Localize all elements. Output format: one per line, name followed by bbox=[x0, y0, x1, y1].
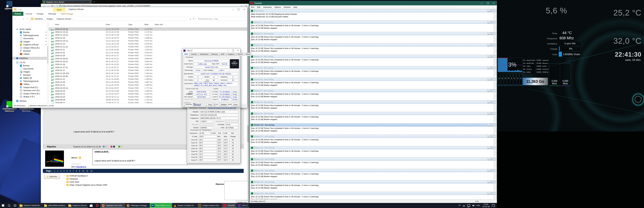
sidebar-item[interactable]: Disque 3Terra (E:) ✱ bbox=[12, 46, 48, 49]
child-minimize-button[interactable] bbox=[487, 135, 490, 137]
file-row[interactable]: 2018-12-14 (1) 14-12-18 21:26 Fichier PN… bbox=[49, 40, 247, 42]
onedrive-tray-icon[interactable]: ☁ bbox=[463, 204, 465, 207]
child-minimize-button[interactable] bbox=[487, 90, 490, 92]
language-indicator[interactable]: FRA bbox=[476, 204, 480, 206]
child-minimize-button[interactable] bbox=[487, 158, 490, 160]
tools-button[interactable]: Tools bbox=[206, 103, 214, 106]
sidebar-item[interactable]: Téléchargements ✱ bbox=[12, 34, 48, 37]
browser-tab-active[interactable]: Gigabyte Aorus Master × bbox=[42, 0, 92, 4]
menu-item[interactable]: Window bbox=[282, 6, 292, 8]
file-row[interactable]: 2018-12-15 (1) 15-12-18 21:59 Fichier PN… bbox=[49, 34, 247, 36]
worker-window[interactable]: Worker #11 - Not running [Dec 15 22:39] … bbox=[250, 135, 496, 146]
validate-button[interactable]: Validate bbox=[219, 103, 228, 106]
post-action-icon[interactable] bbox=[103, 146, 104, 147]
scroll-up-icon[interactable]: ∧ bbox=[494, 24, 496, 26]
child-restore-button[interactable] bbox=[490, 158, 493, 160]
child-restore-button[interactable] bbox=[490, 112, 493, 115]
response-textarea[interactable] bbox=[224, 181, 248, 200]
scroll-down-icon[interactable]: ∨ bbox=[494, 98, 496, 100]
tree-label[interactable]: [Topic Unique] Gigabyte Aorus Master Z39… bbox=[70, 184, 107, 186]
file-row[interactable]: 2018-12-15 15-12-18 15:47 Fichier PNG 1.… bbox=[49, 36, 247, 39]
child-close-button[interactable] bbox=[493, 147, 496, 149]
browser-menu-icon[interactable]: ≡ bbox=[244, 5, 248, 7]
worker-window[interactable]: Worker #12 - Not running [Dec 15 22:39] … bbox=[250, 146, 496, 157]
file-row[interactable]: 2018-12-15 (2) 15-12-18 22:39 Fichier PN… bbox=[49, 31, 247, 33]
mdi-child-titlebar[interactable]: Worker #13 - Not running bbox=[250, 158, 496, 161]
customize-toolbar-icon[interactable]: ▾ bbox=[20, 8, 21, 11]
cpuz-tab[interactable]: CPU bbox=[183, 53, 189, 56]
page-number[interactable]: 3 bbox=[60, 170, 62, 172]
child-restore-button[interactable] bbox=[490, 21, 493, 23]
worker-window[interactable]: Worker #3 - Not running [Dec 15 22:39] T… bbox=[250, 44, 496, 55]
post-action-icon[interactable] bbox=[105, 146, 107, 147]
thumbnail-view-icon[interactable] bbox=[244, 105, 246, 107]
child-minimize-button[interactable] bbox=[487, 169, 490, 172]
child-restore-button[interactable] bbox=[490, 78, 493, 80]
child-close-button[interactable] bbox=[493, 192, 496, 194]
child-close-button[interactable] bbox=[493, 169, 496, 172]
child-scrollbar[interactable]: ∧ ∨ bbox=[494, 126, 496, 134]
scroll-down-icon[interactable]: ∨ bbox=[494, 75, 496, 77]
page-number[interactable]: 4 bbox=[64, 170, 65, 172]
file-row[interactable]: 2018-12-14 14-12-18 21:26 Fichier PNG 5.… bbox=[49, 42, 247, 45]
cpuz-tab[interactable]: Caches bbox=[190, 53, 198, 56]
taskbar-button[interactable] bbox=[12, 203, 18, 208]
new-tab-button[interactable]: + bbox=[93, 1, 95, 3]
column-type[interactable]: Type bbox=[128, 23, 132, 26]
scroll-down-icon[interactable]: ∨ bbox=[494, 166, 496, 168]
taskbar-button[interactable] bbox=[6, 203, 12, 208]
sidebar-item[interactable]: Documents ✱ bbox=[12, 67, 48, 70]
manage-contextual-tab[interactable]: Gérer bbox=[53, 8, 66, 12]
worker-window[interactable]: Worker #6 - Not running [Dec 15 22:39] T… bbox=[250, 78, 496, 89]
mdi-child-titlebar[interactable]: Worker #10 - Not running bbox=[250, 123, 496, 127]
sidebar-item[interactable]: Disque local (C:) ✱ bbox=[12, 86, 48, 89]
sidebar-scrollbar[interactable] bbox=[47, 22, 48, 103]
scroll-up-icon[interactable]: ∧ bbox=[494, 12, 496, 15]
child-minimize-button[interactable] bbox=[487, 55, 490, 58]
sidebar-item[interactable]: Accès rapide ✱ bbox=[12, 28, 48, 31]
child-scrollbar[interactable]: ∧ ∨ bbox=[494, 115, 496, 123]
child-scrollbar[interactable]: ∧ ∨ bbox=[494, 12, 496, 20]
sidebar-item[interactable]: Images ✱ bbox=[12, 40, 48, 43]
tray-chevron-up-icon[interactable] bbox=[458, 205, 461, 207]
mdi-child-titlebar[interactable]: Worker #4 - Not running bbox=[250, 55, 496, 58]
scroll-down-icon[interactable]: ∨ bbox=[494, 189, 496, 191]
cpuz-tab[interactable]: Graphics bbox=[226, 53, 236, 56]
taskbar-button[interactable] bbox=[0, 203, 6, 208]
ribbon-tab[interactable]: Partage bbox=[34, 12, 46, 16]
mdi-child-titlebar[interactable]: Worker #3 - Not running bbox=[250, 44, 496, 47]
child-scrollbar[interactable]: ∧ ∨ bbox=[494, 183, 496, 191]
page-number[interactable]: 6 bbox=[70, 170, 71, 172]
page-number[interactable]: 5 bbox=[66, 170, 68, 172]
post-star-icon[interactable] bbox=[121, 146, 123, 147]
mdi-child-titlebar[interactable]: Worker #6 - Not running bbox=[250, 78, 496, 81]
worker-window[interactable]: Worker #4 - Not running [Dec 15 22:39] T… bbox=[250, 55, 496, 66]
page-number[interactable]: 7 bbox=[73, 170, 74, 172]
cpuz-tab[interactable]: Bench bbox=[236, 53, 244, 56]
scroll-down-icon[interactable]: ∨ bbox=[494, 132, 496, 134]
search-input[interactable]: Rechercher dans : Cap... bbox=[197, 17, 246, 21]
mdi-child-titlebar[interactable]: Worker #12 - Not running bbox=[250, 146, 496, 149]
scroll-up-icon[interactable]: ∧ bbox=[494, 172, 496, 174]
tab-close-icon[interactable]: × bbox=[90, 1, 91, 3]
post-action-icon[interactable] bbox=[108, 146, 110, 147]
taskbar-button[interactable] bbox=[88, 203, 94, 208]
scroll-down-icon[interactable]: ∨ bbox=[494, 18, 496, 20]
scroll-up-icon[interactable]: ∧ bbox=[494, 81, 496, 83]
scroll-down-icon[interactable]: ∨ bbox=[494, 109, 496, 111]
clock[interactable]: 22:41 15-12-18 bbox=[482, 203, 490, 208]
sidebar-item[interactable]: Ce PC ✱ bbox=[12, 61, 48, 64]
scroll-down-icon[interactable]: ∨ bbox=[494, 52, 496, 54]
child-minimize-button[interactable] bbox=[487, 44, 490, 46]
maximize-button[interactable] bbox=[485, 1, 491, 5]
child-minimize-button[interactable] bbox=[487, 10, 490, 12]
sidebar-item[interactable]: Vidéos ✱ bbox=[12, 52, 48, 56]
ribbon-tab[interactable]: Accueil bbox=[23, 12, 34, 16]
child-minimize-button[interactable] bbox=[487, 192, 490, 194]
menu-item[interactable]: Test bbox=[250, 6, 256, 8]
taskbar-button[interactable]: Prime95 bbox=[222, 203, 236, 208]
taskbar-button[interactable]: Unigine Heaven Be... bbox=[196, 203, 222, 208]
sidebar-item[interactable]: Nouveau nom (D:) ✱ bbox=[12, 89, 48, 92]
cpuz-tab[interactable]: Mainboard bbox=[199, 53, 210, 56]
child-minimize-button[interactable] bbox=[487, 101, 490, 103]
